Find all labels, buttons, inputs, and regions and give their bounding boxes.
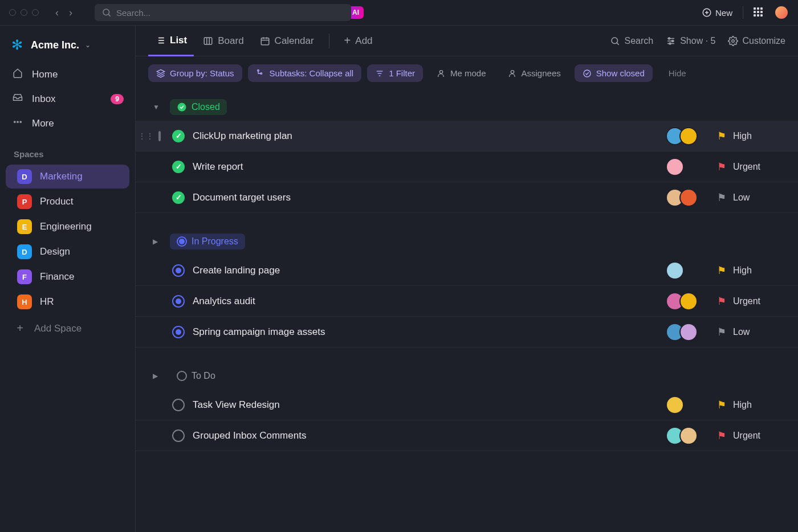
filter-me-mode[interactable]: Me mode bbox=[429, 64, 494, 82]
task-row[interactable]: Analytics audit ⚑ Urgent bbox=[136, 286, 798, 317]
maximize-dot[interactable] bbox=[32, 9, 39, 16]
priority-label: Urgent bbox=[733, 162, 760, 172]
new-button[interactable]: New bbox=[702, 7, 732, 18]
assignee-avatar[interactable] bbox=[666, 158, 684, 176]
assignee-avatar[interactable] bbox=[679, 427, 698, 445]
chevron-icon[interactable]: ▶ bbox=[153, 238, 163, 245]
task-row[interactable]: Task View Redesign ⚑ High bbox=[136, 390, 798, 420]
filter-show-closed[interactable]: Show closed bbox=[575, 64, 653, 82]
chevron-icon[interactable]: ▶ bbox=[153, 372, 163, 380]
status-icon[interactable] bbox=[172, 429, 185, 442]
assignee-avatar[interactable] bbox=[666, 261, 684, 280]
filter-assignees[interactable]: Assignees bbox=[500, 64, 569, 82]
task-row[interactable]: ✓ Document target users ⚑ Low bbox=[136, 182, 798, 213]
add-space-button[interactable]: + Add Space bbox=[0, 315, 135, 342]
global-search-input[interactable]: Search... bbox=[95, 4, 351, 21]
window-controls[interactable] bbox=[9, 9, 39, 16]
sidebar-space-finance[interactable]: FFinance bbox=[6, 265, 129, 289]
assignee-stack[interactable] bbox=[666, 189, 717, 207]
svg-point-0 bbox=[103, 9, 109, 15]
filter-count[interactable]: 1 Filter bbox=[367, 64, 423, 82]
assignee-stack[interactable] bbox=[666, 427, 717, 445]
nav-back-button[interactable]: ‹ bbox=[50, 6, 64, 19]
apps-icon[interactable] bbox=[754, 7, 764, 18]
toolbar-customize[interactable]: Customize bbox=[728, 36, 785, 46]
tab-board-label: Board bbox=[218, 35, 243, 47]
sidebar-space-engineering[interactable]: EEngineering bbox=[6, 215, 129, 239]
sidebar-space-marketing[interactable]: DMarketing bbox=[6, 165, 129, 189]
task-row[interactable]: ✓ Write report ⚑ Urgent bbox=[136, 152, 798, 182]
assignee-avatar[interactable] bbox=[679, 292, 698, 310]
assignee-stack[interactable] bbox=[666, 261, 717, 280]
filter-bar: Group by: Status Subtasks: Collapse all … bbox=[136, 56, 798, 90]
assignee-stack[interactable] bbox=[666, 158, 717, 176]
search-icon bbox=[610, 36, 620, 46]
svg-line-1 bbox=[108, 14, 110, 16]
assignee-stack[interactable] bbox=[666, 292, 717, 310]
section-header-closed[interactable]: ▼Closed bbox=[136, 90, 798, 121]
nav-forward-button[interactable]: › bbox=[64, 6, 78, 19]
filter-group-by[interactable]: Group by: Status bbox=[148, 64, 242, 82]
status-icon[interactable]: ✓ bbox=[172, 191, 185, 204]
status-label: To Do bbox=[192, 371, 215, 381]
priority-cell[interactable]: ⚑ Urgent bbox=[717, 295, 780, 308]
flag-icon: ⚑ bbox=[717, 295, 726, 308]
minimize-dot[interactable] bbox=[21, 9, 27, 16]
svg-marker-30 bbox=[157, 69, 164, 73]
add-space-label: Add Space bbox=[34, 323, 82, 334]
filter-count-label: 1 Filter bbox=[389, 68, 415, 78]
sidebar-space-product[interactable]: PProduct bbox=[6, 190, 129, 214]
assignee-stack[interactable] bbox=[666, 127, 717, 145]
section-header-progress[interactable]: ▶In Progress bbox=[136, 224, 798, 255]
status-icon[interactable] bbox=[172, 295, 185, 308]
status-icon[interactable] bbox=[172, 264, 185, 277]
tab-add-view[interactable]: + Add bbox=[337, 26, 380, 56]
filter-subtasks[interactable]: Subtasks: Collapse all bbox=[248, 64, 362, 82]
user-avatar[interactable] bbox=[774, 5, 789, 20]
close-dot[interactable] bbox=[9, 9, 16, 16]
task-row[interactable]: Spring campaign image assets ⚑ Low bbox=[136, 317, 798, 347]
priority-cell[interactable]: ⚑ Low bbox=[717, 191, 780, 204]
section-header-todo[interactable]: ▶To Do bbox=[136, 359, 798, 390]
status-icon[interactable] bbox=[172, 326, 185, 338]
priority-label: High bbox=[733, 131, 752, 141]
assignee-avatar[interactable] bbox=[679, 323, 698, 341]
assignee-stack[interactable] bbox=[666, 323, 717, 341]
priority-cell[interactable]: ⚑ Low bbox=[717, 326, 780, 338]
assignee-stack[interactable] bbox=[666, 396, 717, 414]
task-row[interactable]: Create landing page ⚑ High bbox=[136, 255, 798, 286]
priority-label: Low bbox=[733, 327, 750, 337]
tab-list[interactable]: List bbox=[148, 26, 194, 56]
assignee-avatar[interactable] bbox=[679, 189, 698, 207]
status-icon[interactable]: ✓ bbox=[172, 130, 185, 142]
sidebar-space-hr[interactable]: HHR bbox=[6, 290, 129, 314]
task-row[interactable]: ⋮⋮ ✓ ClickUp marketing plan ⚑ High bbox=[136, 121, 798, 152]
drag-handle-icon[interactable]: ⋮⋮ bbox=[138, 132, 154, 141]
check-circle-icon bbox=[583, 69, 592, 78]
tab-board[interactable]: Board bbox=[196, 26, 250, 56]
priority-cell[interactable]: ⚑ Urgent bbox=[717, 429, 780, 442]
priority-cell[interactable]: ⚑ High bbox=[717, 130, 780, 142]
sidebar-space-design[interactable]: DDesign bbox=[6, 240, 129, 264]
toolbar-show[interactable]: Show · 5 bbox=[666, 36, 715, 46]
chevron-icon[interactable]: ▼ bbox=[153, 103, 163, 111]
task-row[interactable]: Grouped Inbox Comments ⚑ Urgent bbox=[136, 420, 798, 451]
filter-assignees-label: Assignees bbox=[522, 68, 561, 78]
assignee-avatar[interactable] bbox=[666, 396, 684, 414]
toolbar-search[interactable]: Search bbox=[610, 36, 653, 46]
status-pill: Closed bbox=[170, 99, 227, 115]
sidebar-item-home[interactable]: Home bbox=[0, 62, 135, 87]
assignee-avatar[interactable] bbox=[679, 127, 698, 145]
priority-cell[interactable]: ⚑ High bbox=[717, 399, 780, 411]
status-icon[interactable] bbox=[172, 399, 185, 411]
workspace-selector[interactable]: Acme Inc. ⌄ bbox=[0, 34, 135, 62]
priority-cell[interactable]: ⚑ Urgent bbox=[717, 161, 780, 173]
filter-hide-button[interactable]: Hide bbox=[669, 68, 686, 78]
tab-calendar-label: Calendar bbox=[275, 35, 314, 47]
sidebar-item-inbox[interactable]: Inbox 9 bbox=[0, 87, 135, 111]
sidebar-item-more[interactable]: More bbox=[0, 111, 135, 136]
inbox-badge: 9 bbox=[111, 94, 124, 104]
priority-cell[interactable]: ⚑ High bbox=[717, 264, 780, 277]
tab-calendar[interactable]: Calendar bbox=[253, 26, 321, 56]
status-icon[interactable]: ✓ bbox=[172, 161, 185, 173]
